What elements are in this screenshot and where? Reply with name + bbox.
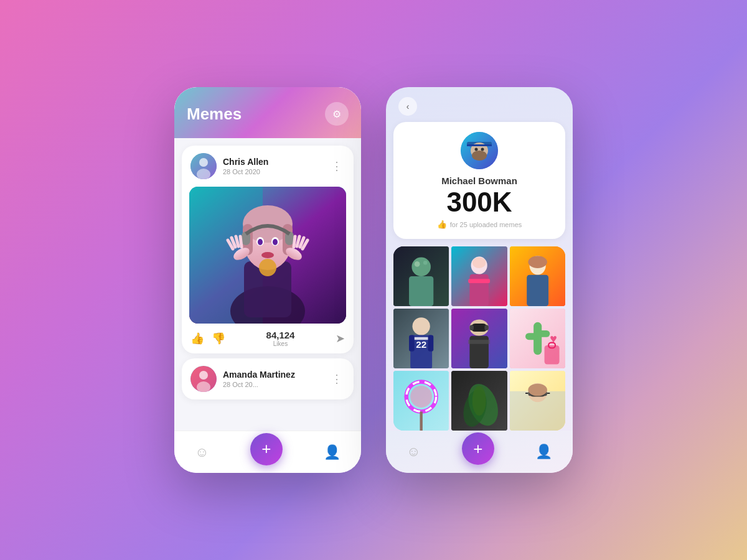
svg-point-43 <box>415 261 420 267</box>
app-title: Memes <box>187 105 242 124</box>
user-name-2: Amanda Martinez <box>223 370 295 380</box>
more-button-1[interactable]: ⋮ <box>329 157 345 175</box>
right-profile-nav-icon[interactable]: 👤 <box>535 444 552 460</box>
avatar-chris <box>190 153 217 179</box>
svg-point-83 <box>472 386 486 416</box>
post-date-1: 28 Oct 2020 <box>223 168 268 175</box>
likes-label: Likes <box>266 340 295 347</box>
svg-point-44 <box>423 261 428 265</box>
send-button[interactable]: ➤ <box>336 332 345 345</box>
left-bottom-nav: ☺ + 👤 <box>174 431 361 473</box>
dislike-button[interactable]: 👎 <box>212 332 225 345</box>
profile-count: 300K <box>446 189 512 216</box>
home-nav-icon[interactable]: ☺ <box>195 444 209 460</box>
svg-point-92 <box>528 384 547 396</box>
post-user-1: Chris Allen 28 Oct 2020 <box>190 153 268 179</box>
svg-rect-48 <box>469 279 491 283</box>
svg-point-53 <box>528 256 547 268</box>
user-info-1: Chris Allen 28 Oct 2020 <box>223 157 268 175</box>
svg-point-30 <box>199 371 208 380</box>
grid-item-1[interactable] <box>393 246 449 306</box>
meme-image-svg <box>189 187 346 324</box>
right-emoji-nav-icon[interactable]: ☺ <box>406 444 420 460</box>
avatar-amanda <box>190 366 217 392</box>
grid-item-9[interactable] <box>510 371 565 431</box>
svg-rect-42 <box>409 276 433 306</box>
svg-point-41 <box>411 257 431 276</box>
back-icon: ‹ <box>406 101 410 111</box>
left-phone-body: Chris Allen 28 Oct 2020 ⋮ <box>174 138 361 431</box>
svg-line-28 <box>294 236 295 247</box>
svg-rect-39 <box>467 144 492 146</box>
user-info-2: Amanda Martinez 28 Oct 20... <box>223 370 295 388</box>
settings-button[interactable]: ⚙ <box>325 102 349 126</box>
post-user-2: Amanda Martinez 28 Oct 20... <box>190 366 295 392</box>
post-image-inner-1 <box>189 187 346 324</box>
grid-item-4[interactable]: 22 <box>393 309 449 368</box>
profile-avatar <box>461 132 498 169</box>
grid-item-8[interactable] <box>451 371 507 431</box>
avatar-amanda-svg <box>190 366 217 392</box>
svg-rect-60 <box>428 335 434 352</box>
thumb-icon: 👍 <box>437 220 447 229</box>
svg-point-37 <box>475 148 478 151</box>
svg-rect-71 <box>536 330 550 337</box>
profile-desc-text: for 25 uploaded memes <box>450 221 522 228</box>
svg-rect-67 <box>469 340 491 344</box>
post-header-2: Amanda Martinez 28 Oct 20... ⋮ <box>182 358 354 399</box>
svg-point-55 <box>412 317 430 335</box>
left-phone: Memes ⚙ <box>174 87 361 473</box>
profile-nav-icon[interactable]: 👤 <box>324 444 341 460</box>
svg-point-15 <box>258 239 263 245</box>
right-add-icon: + <box>473 439 482 459</box>
post-image-1 <box>189 187 346 324</box>
back-button[interactable]: ‹ <box>398 97 417 116</box>
svg-point-36 <box>472 151 487 161</box>
svg-rect-65 <box>485 325 489 330</box>
action-buttons: 👍 👎 <box>190 332 225 345</box>
right-add-nav-button[interactable]: + <box>462 432 494 465</box>
add-icon: + <box>261 439 271 459</box>
svg-point-1 <box>199 158 208 167</box>
settings-icon: ⚙ <box>332 108 341 120</box>
grid-item-3[interactable] <box>510 246 565 306</box>
left-phone-header: Memes ⚙ <box>174 87 361 138</box>
svg-rect-64 <box>470 325 474 330</box>
grid-item-2[interactable] <box>451 246 507 306</box>
likes-number: 84,124 <box>266 330 295 340</box>
image-grid: 22 <box>393 246 565 431</box>
like-button[interactable]: 👍 <box>190 332 204 345</box>
post-actions-1: 👍 👎 84,124 Likes ➤ <box>182 324 354 353</box>
profile-name: Michael Bowman <box>441 175 517 186</box>
grid-item-6[interactable]: ♥ <box>510 309 565 368</box>
right-phone: ‹ <box>386 87 573 473</box>
post-header-1: Chris Allen 28 Oct 2020 ⋮ <box>182 146 354 187</box>
svg-line-24 <box>240 236 242 247</box>
right-phone-top: ‹ <box>386 87 573 122</box>
avatar-chris-inner <box>190 153 217 179</box>
more-button-2[interactable]: ⋮ <box>329 370 345 388</box>
grid-item-7[interactable] <box>393 371 449 431</box>
svg-rect-59 <box>409 335 415 352</box>
post-card-2: Amanda Martinez 28 Oct 20... ⋮ <box>182 358 354 399</box>
avatar-chris-svg <box>190 153 217 179</box>
add-nav-button[interactable]: + <box>250 433 283 465</box>
svg-rect-52 <box>527 275 548 306</box>
svg-point-49 <box>472 257 486 268</box>
grid-item-5[interactable] <box>451 309 507 368</box>
svg-point-38 <box>481 148 484 151</box>
profile-desc: 👍 for 25 uploaded memes <box>437 220 522 229</box>
svg-point-18 <box>259 259 276 276</box>
likes-count: 84,124 Likes <box>266 330 295 347</box>
user-name-1: Chris Allen <box>223 157 268 167</box>
svg-point-17 <box>261 252 274 258</box>
post-card-1: Chris Allen 28 Oct 2020 ⋮ <box>182 146 354 353</box>
post-date-2: 28 Oct 20... <box>223 381 295 388</box>
svg-point-16 <box>273 239 278 245</box>
svg-point-78 <box>410 386 432 408</box>
right-bottom-nav: ☺ + 👤 <box>386 431 573 473</box>
profile-avatar-svg <box>461 132 498 169</box>
svg-text:22: 22 <box>416 339 426 350</box>
profile-card: Michael Bowman 300K 👍 for 25 uploaded me… <box>393 122 565 239</box>
